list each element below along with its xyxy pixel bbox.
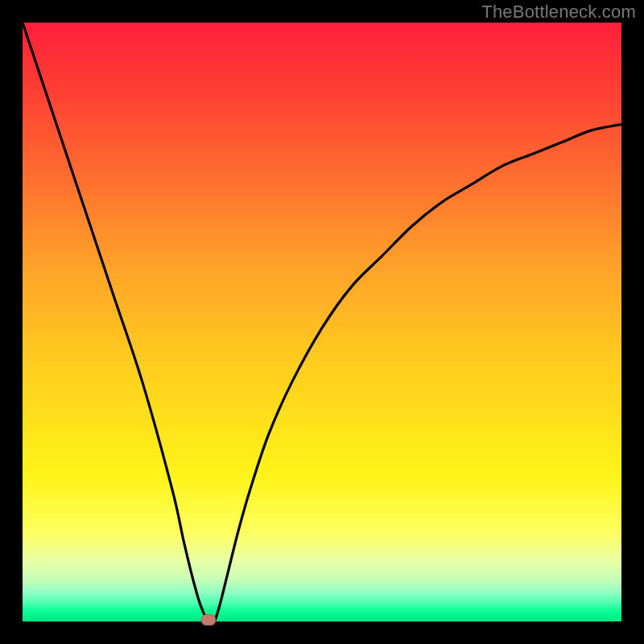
data-marker xyxy=(201,614,216,625)
chart-frame: TheBottleneck.com xyxy=(0,0,644,644)
curve-overlay xyxy=(23,23,621,621)
attribution-text: TheBottleneck.com xyxy=(481,2,636,23)
bottleneck-curve xyxy=(23,23,621,623)
